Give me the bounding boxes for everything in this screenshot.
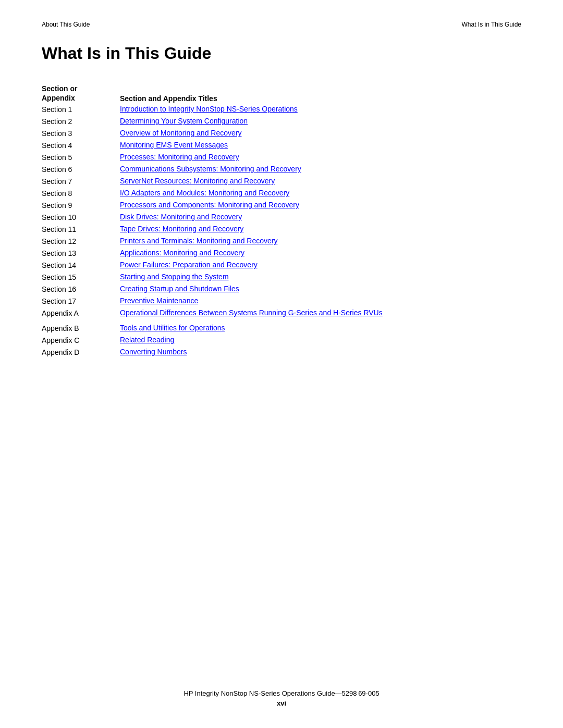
title-cell: Processors and Components: Monitoring an… [120,201,459,209]
col-title-header: Section and Appendix Titles [120,94,459,103]
section-cell: Section 2 [42,117,120,126]
title-cell: Power Failures: Preparation and Recovery [120,261,459,269]
table-row: Section 8I/O Adapters and Modules: Monit… [42,189,459,198]
table-row: Section 4Monitoring EMS Event Messages [42,141,459,150]
section-cell: Section 16 [42,285,120,293]
toc-link[interactable]: Processes: Monitoring and Recovery [120,153,239,161]
footer-main: HP Integrity NonStop NS-Series Operation… [0,689,563,697]
title-cell: Starting and Stopping the System [120,273,459,281]
table-header-row: Section or Appendix Section and Appendix… [42,84,459,103]
title-cell: Introduction to Integrity NonStop NS-Ser… [120,105,459,113]
toc-link[interactable]: I/O Adapters and Modules: Monitoring and… [120,189,289,197]
toc-link[interactable]: Tools and Utilities for Operations [120,324,225,332]
title-cell: Communications Subsystems: Monitoring an… [120,165,459,173]
table-row: Section 15Starting and Stopping the Syst… [42,273,459,281]
toc-link[interactable]: ServerNet Resources: Monitoring and Reco… [120,177,275,185]
table-row: Section 14Power Failures: Preparation an… [42,261,459,269]
toc-link[interactable]: Power Failures: Preparation and Recovery [120,261,258,269]
section-cell: Appendix B [42,324,120,332]
title-cell: Disk Drives: Monitoring and Recovery [120,213,459,221]
section-cell: Section 5 [42,153,120,162]
title-cell: Determining Your System Configuration [120,117,459,125]
section-cell: Appendix A [42,309,120,317]
section-cell: Appendix D [42,348,120,356]
toc-link[interactable]: Related Reading [120,336,174,344]
title-cell: Tools and Utilities for Operations [120,324,459,332]
section-cell: Section 7 [42,177,120,186]
toc-link[interactable]: Monitoring EMS Event Messages [120,141,228,149]
table-row: Section 6Communications Subsystems: Moni… [42,165,459,174]
section-cell: Section 17 [42,297,120,305]
header-right: What Is in This Guide [462,21,522,28]
table-row: Section 13Applications: Monitoring and R… [42,249,459,257]
col1-header-line1: Section or [42,84,120,93]
col2-header: Section and Appendix Titles [120,94,459,103]
toc-link[interactable]: Processors and Components: Monitoring an… [120,201,299,209]
footer: HP Integrity NonStop NS-Series Operation… [0,689,563,707]
table-row: Section 12Printers and Terminals: Monito… [42,237,459,245]
table-row: Appendix AOperational Differences Betwee… [42,309,459,317]
title-cell: Printers and Terminals: Monitoring and R… [120,237,459,245]
table-row: Section 17Preventive Maintenance [42,297,459,305]
toc-link[interactable]: Creating Startup and Shutdown Files [120,285,239,293]
toc-link[interactable]: Tape Drives: Monitoring and Recovery [120,225,243,233]
toc-link[interactable]: Determining Your System Configuration [120,117,248,125]
table-row: Section 3Overview of Monitoring and Reco… [42,129,459,138]
table-row: Section 9Processors and Components: Moni… [42,201,459,209]
section-cell: Appendix C [42,336,120,344]
toc-table: Section or Appendix Section and Appendix… [42,84,459,356]
page-title: What Is in This Guide [42,44,521,63]
table-row: Section 2Determining Your System Configu… [42,117,459,126]
toc-link[interactable]: Starting and Stopping the System [120,273,229,281]
section-cell: Section 4 [42,141,120,150]
table-row: Section 16Creating Startup and Shutdown … [42,285,459,293]
section-cell: Section 1 [42,105,120,114]
table-row: Section 5Processes: Monitoring and Recov… [42,153,459,162]
section-cell: Section 9 [42,201,120,209]
header-bar: About This Guide What Is in This Guide [42,21,521,28]
section-cell: Section 11 [42,225,120,233]
title-cell: Applications: Monitoring and Recovery [120,249,459,257]
toc-link[interactable]: Introduction to Integrity NonStop NS-Ser… [120,105,298,113]
table-row: Section 11Tape Drives: Monitoring and Re… [42,225,459,233]
section-cell: Section 15 [42,273,120,281]
title-cell: Preventive Maintenance [120,297,459,305]
title-cell: Operational Differences Between Systems … [120,309,459,317]
toc-link[interactable]: Communications Subsystems: Monitoring an… [120,165,301,173]
header-left: About This Guide [42,21,90,28]
table-row: Appendix BTools and Utilities for Operat… [42,324,459,332]
section-cell: Section 14 [42,261,120,269]
section-cell: Section 6 [42,165,120,174]
toc-link[interactable]: Printers and Terminals: Monitoring and R… [120,237,277,245]
title-cell: Creating Startup and Shutdown Files [120,285,459,293]
section-cell: Section 13 [42,249,120,257]
toc-link[interactable]: Disk Drives: Monitoring and Recovery [120,213,242,221]
title-cell: Converting Numbers [120,348,459,356]
toc-link[interactable]: Applications: Monitoring and Recovery [120,249,244,257]
title-cell: Overview of Monitoring and Recovery [120,129,459,137]
table-row: Appendix CRelated Reading [42,336,459,344]
table-row: Section 7ServerNet Resources: Monitoring… [42,177,459,186]
toc-link[interactable]: Operational Differences Between Systems … [120,309,383,317]
toc-rows: Section 1Introduction to Integrity NonSt… [42,105,459,356]
section-cell: Section 10 [42,213,120,221]
table-row: Section 1Introduction to Integrity NonSt… [42,105,459,114]
title-cell: Related Reading [120,336,459,344]
title-cell: Processes: Monitoring and Recovery [120,153,459,161]
toc-link[interactable]: Preventive Maintenance [120,297,198,305]
section-cell: Section 3 [42,129,120,138]
title-cell: ServerNet Resources: Monitoring and Reco… [120,177,459,185]
page-container: About This Guide What Is in This Guide W… [0,0,563,728]
section-cell: Section 12 [42,237,120,245]
col1-header-line2: Appendix [42,93,120,103]
toc-link[interactable]: Overview of Monitoring and Recovery [120,129,241,137]
footer-page: xvi [0,699,563,707]
table-row: Section 10Disk Drives: Monitoring and Re… [42,213,459,221]
table-row: Appendix DConverting Numbers [42,348,459,356]
title-cell: Tape Drives: Monitoring and Recovery [120,225,459,233]
title-cell: Monitoring EMS Event Messages [120,141,459,149]
col-section-header: Section or Appendix [42,84,120,103]
title-cell: I/O Adapters and Modules: Monitoring and… [120,189,459,197]
section-cell: Section 8 [42,189,120,198]
toc-link[interactable]: Converting Numbers [120,348,187,356]
